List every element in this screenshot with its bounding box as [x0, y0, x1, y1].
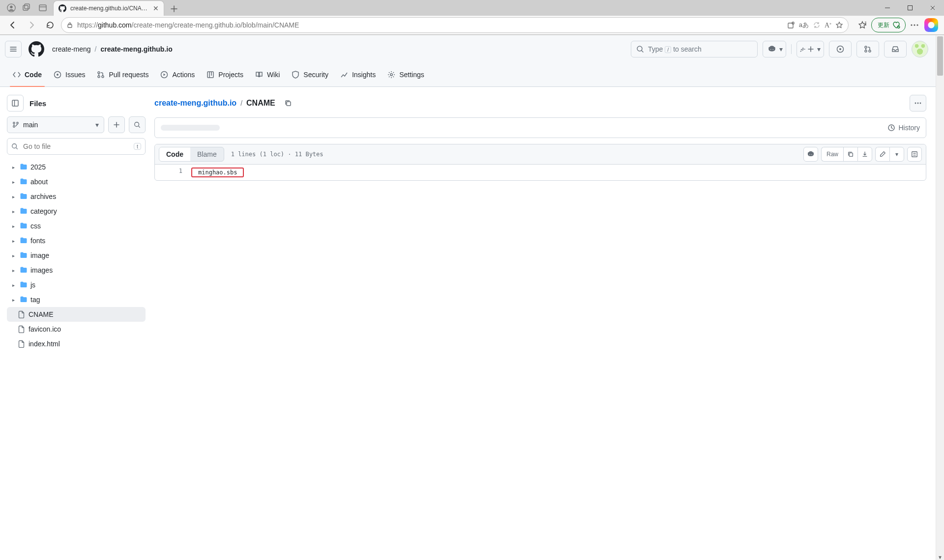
tree-item-js[interactable]: ▸js: [7, 278, 146, 292]
view-code-button[interactable]: Code: [159, 147, 190, 161]
svg-rect-31: [207, 72, 213, 78]
scroll-down-icon[interactable]: ▼: [936, 553, 944, 560]
tab-issues[interactable]: Issues: [49, 63, 90, 86]
user-avatar[interactable]: [912, 41, 928, 57]
symbols-button[interactable]: [907, 147, 922, 162]
update-button[interactable]: 更新: [871, 18, 906, 32]
scroll-thumb[interactable]: [937, 36, 943, 76]
svg-point-29: [102, 76, 104, 78]
copilot-code-button[interactable]: [803, 147, 818, 162]
tab-settings[interactable]: Settings: [383, 63, 429, 86]
tree-collapse-button[interactable]: [7, 95, 24, 112]
history-link[interactable]: History: [887, 124, 920, 132]
file-layout: Files main ▾: [0, 87, 936, 560]
favorites-icon[interactable]: [855, 17, 870, 33]
page-scrollbar[interactable]: ▲ ▼: [936, 35, 944, 560]
chevron-down-icon: ▾: [817, 45, 821, 53]
tree-item-favicon-ico[interactable]: favicon.ico: [7, 322, 146, 336]
code-body[interactable]: 1 minghao.sbs: [155, 165, 926, 180]
tree-item-about[interactable]: ▸about: [7, 174, 146, 189]
github-logo-icon[interactable]: [29, 41, 44, 57]
nav-forward-button[interactable]: [24, 17, 39, 33]
tab-pull-requests[interactable]: Pull requests: [92, 63, 153, 86]
tree-filter-input[interactable]: [22, 142, 130, 151]
window-maximize-button[interactable]: [899, 0, 921, 16]
line-number[interactable]: 1: [155, 165, 189, 177]
copy-raw-button[interactable]: [843, 147, 857, 162]
tree-item-label: 2025: [30, 163, 46, 171]
edit-dropdown-button[interactable]: ▾: [889, 147, 904, 162]
pull-requests-button[interactable]: [856, 41, 879, 57]
add-file-button[interactable]: [108, 116, 125, 133]
tree-item-fonts[interactable]: ▸fonts: [7, 233, 146, 248]
new-tab-button[interactable]: [167, 2, 181, 16]
tab-code[interactable]: Code: [8, 63, 47, 86]
edit-file-button[interactable]: [875, 147, 889, 162]
chevron-down-icon: ▾: [95, 121, 99, 129]
tree-item-tag[interactable]: ▸tag: [7, 292, 146, 307]
tree-item-2025[interactable]: ▸2025: [7, 160, 146, 174]
tab-actions-icon[interactable]: [38, 3, 47, 12]
path-repo-link[interactable]: create-meng.github.io: [154, 99, 236, 108]
tree-item-category[interactable]: ▸category: [7, 204, 146, 219]
profile-icon[interactable]: [7, 3, 16, 12]
svg-point-47: [920, 103, 921, 104]
window-controls: [876, 0, 944, 16]
tab-close-icon[interactable]: ✕: [153, 5, 159, 12]
tree-item-css[interactable]: ▸css: [7, 219, 146, 233]
global-search[interactable]: Type / to search: [631, 41, 758, 57]
search-icon: [11, 143, 18, 150]
owner-link[interactable]: create-meng: [52, 45, 91, 53]
window-close-button[interactable]: [921, 0, 944, 16]
tree-filter[interactable]: t: [7, 138, 146, 155]
code-icon: [13, 71, 21, 79]
tree-item-images[interactable]: ▸images: [7, 263, 146, 278]
file-more-button[interactable]: [910, 95, 926, 112]
svg-point-45: [915, 103, 916, 104]
chevron-right-icon: ▸: [10, 282, 17, 288]
tree-header: Files: [7, 95, 146, 112]
create-new-button[interactable]: ታ ▾: [796, 41, 824, 57]
view-blame-button[interactable]: Blame: [190, 147, 224, 161]
tree-item-index-html[interactable]: index.html: [7, 336, 146, 351]
chevron-right-icon: ▸: [10, 297, 17, 303]
download-raw-button[interactable]: [857, 147, 872, 162]
tab-security[interactable]: Security: [287, 63, 333, 86]
favorite-star-icon[interactable]: [835, 21, 843, 29]
raw-button[interactable]: Raw: [821, 147, 843, 162]
page-content: create-meng / create-meng.github.io Type…: [0, 35, 936, 560]
tab-insights[interactable]: Insights: [335, 63, 381, 86]
address-bar[interactable]: https://github.com/create-meng/create-me…: [61, 17, 849, 33]
copilot-icon[interactable]: [923, 17, 939, 33]
repo-link[interactable]: create-meng.github.io: [100, 45, 172, 53]
extensions-icon[interactable]: [787, 21, 795, 29]
tab-projects[interactable]: Projects: [202, 63, 248, 86]
svg-line-43: [16, 148, 18, 149]
sync-icon[interactable]: [813, 21, 821, 29]
tab-wiki[interactable]: Wiki: [250, 63, 285, 86]
shield-icon: [292, 71, 299, 79]
tab-actions[interactable]: Actions: [155, 63, 200, 86]
copilot-button[interactable]: ▾: [763, 41, 786, 57]
window-minimize-button[interactable]: [876, 0, 899, 16]
branch-select[interactable]: main ▾: [7, 116, 104, 133]
tree-item-archives[interactable]: ▸archives: [7, 189, 146, 204]
search-tree-button[interactable]: [129, 116, 146, 133]
nav-back-button[interactable]: [5, 17, 21, 33]
tree-item-image[interactable]: ▸image: [7, 248, 146, 263]
chevron-right-icon: ▸: [10, 165, 17, 170]
chevron-right-icon: ▸: [10, 224, 17, 229]
nav-refresh-button[interactable]: [42, 17, 58, 33]
workspaces-icon[interactable]: [23, 3, 31, 12]
copy-path-button[interactable]: [281, 96, 295, 110]
read-aloud-icon[interactable]: A»: [825, 21, 831, 29]
notifications-button[interactable]: [884, 41, 907, 57]
tree-item-CNAME[interactable]: CNAME: [7, 307, 146, 322]
more-menu-button[interactable]: [907, 17, 922, 33]
translate-icon[interactable]: aあ: [799, 21, 809, 29]
browser-tab-active[interactable]: create-meng.github.io/CNAME at ✕: [53, 0, 164, 16]
issues-button[interactable]: [829, 41, 852, 57]
github-favicon: [59, 4, 66, 12]
line-content[interactable]: minghao.sbs: [189, 165, 926, 180]
global-nav-menu-button[interactable]: [5, 41, 22, 57]
